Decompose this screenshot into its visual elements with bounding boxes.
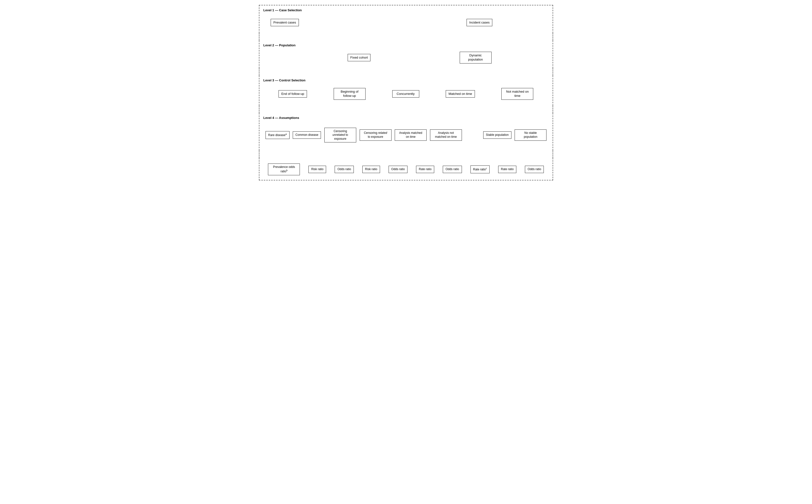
node-rate-ratio3-text: Rate ratio (501, 167, 514, 171)
node-dynamic: Dynamic population (460, 52, 492, 63)
node-matched-time-text: Matched on time (448, 92, 472, 96)
level1-section: Level 1 — Case Selection Prevalent cases… (259, 5, 553, 33)
node-risk-ratio1-text: Risk ratio (311, 167, 323, 171)
node-odds-ratio4-text: Odds ratio (528, 167, 541, 171)
node-rate-ratio1-text: Rate ratio (419, 167, 431, 171)
node-censor-related-text: Censoring related to exposure (364, 131, 387, 139)
node-censor-unrelated-text: Censoring unrelated to exposure (332, 129, 348, 140)
node-risk-ratio2: Risk ratio (362, 166, 380, 173)
level4-label: Level 4 — Assumptions (263, 116, 549, 120)
node-censor-unrelated: Censoring unrelated to exposure (324, 128, 356, 143)
node-prev-odds-text: Prevalence odds ratiob (273, 165, 295, 173)
node-prevalent: Prevalent cases (271, 19, 299, 26)
node-end-follow: End of follow-up (279, 90, 307, 98)
node-odds-ratio2-text: Odds ratio (391, 167, 405, 171)
level1-label: Level 1 — Case Selection (263, 8, 549, 12)
node-no-stable-pop-text: No stable population (524, 131, 537, 139)
node-risk-ratio2-text: Risk ratio (365, 167, 377, 171)
node-odds-ratio3-text: Odds ratio (445, 167, 459, 171)
level5-section: Prevalence odds ratiob Risk ratio Odds r… (259, 158, 553, 180)
node-common-disease: Common disease (293, 131, 321, 139)
node-censor-related: Censoring related to exposure (360, 129, 392, 140)
node-rate-ratio2-text: Rate ratioc (473, 168, 487, 171)
node-rate-ratio3: Rate ratio (498, 166, 516, 173)
node-stable-pop-text: Stable population (486, 133, 509, 137)
level3-section: Level 3 — Control Selection End of follo… (259, 76, 553, 106)
node-analysis-not-matched: Analysis not matched on time (430, 129, 462, 140)
node-dynamic-text: Dynamic population (468, 53, 483, 61)
node-odds-ratio4: Odds ratio (525, 166, 544, 173)
node-rare-disease-text: Rare diseasea (268, 133, 287, 137)
node-rate-ratio2: Rate ratioc (470, 165, 490, 173)
node-rate-ratio1: Rate ratio (416, 166, 434, 173)
level1-connectors (263, 14, 549, 31)
node-analysis-matched-text: Analysis matched on time (399, 131, 422, 139)
node-incident: Incident cases (467, 19, 492, 26)
node-begin-follow-text: Beginning of follow-up (341, 90, 358, 98)
node-end-follow-text: End of follow-up (281, 92, 304, 96)
node-analysis-not-matched-text: Analysis not matched on time (435, 131, 457, 139)
node-rare-disease: Rare diseasea (266, 131, 290, 139)
node-odds-ratio3: Odds ratio (443, 166, 462, 173)
connector-l1-l2 (259, 33, 553, 40)
node-concurrently-text: Concurrently (397, 92, 415, 96)
node-prev-odds: Prevalence odds ratiob (268, 164, 300, 175)
node-odds-ratio1: Odds ratio (335, 166, 354, 173)
level4-section: Level 4 — Assumptions Rare diseasea Comm… (259, 113, 553, 151)
diagram-container: Level 1 — Case Selection Prevalent cases… (259, 5, 553, 180)
node-no-stable-pop: No stable population (515, 129, 546, 140)
node-common-disease-text: Common disease (295, 133, 318, 137)
node-prevalent-text: Prevalent cases (273, 21, 296, 24)
node-matched-time: Matched on time (446, 90, 475, 98)
node-fixed: Fixed cohort (348, 54, 371, 62)
node-risk-ratio1: Risk ratio (308, 166, 326, 173)
node-incident-text: Incident cases (469, 21, 490, 24)
node-fixed-text: Fixed cohort (350, 56, 368, 59)
node-odds-ratio1-text: Odds ratio (337, 167, 351, 171)
node-not-matched-time-text: Not matched on time (506, 90, 529, 98)
node-concurrently: Concurrently (392, 90, 419, 98)
level3-label: Level 3 — Control Selection (263, 78, 549, 82)
node-stable-pop: Stable population (483, 131, 511, 139)
node-not-matched-time: Not matched on time (501, 88, 533, 100)
node-analysis-matched: Analysis matched on time (395, 129, 427, 140)
level2-section: Level 2 — Population Fixed cohort Dynami… (259, 40, 553, 68)
level2-label: Level 2 — Population (263, 43, 549, 47)
node-odds-ratio2: Odds ratio (389, 166, 407, 173)
node-begin-follow: Beginning of follow-up (334, 88, 366, 100)
